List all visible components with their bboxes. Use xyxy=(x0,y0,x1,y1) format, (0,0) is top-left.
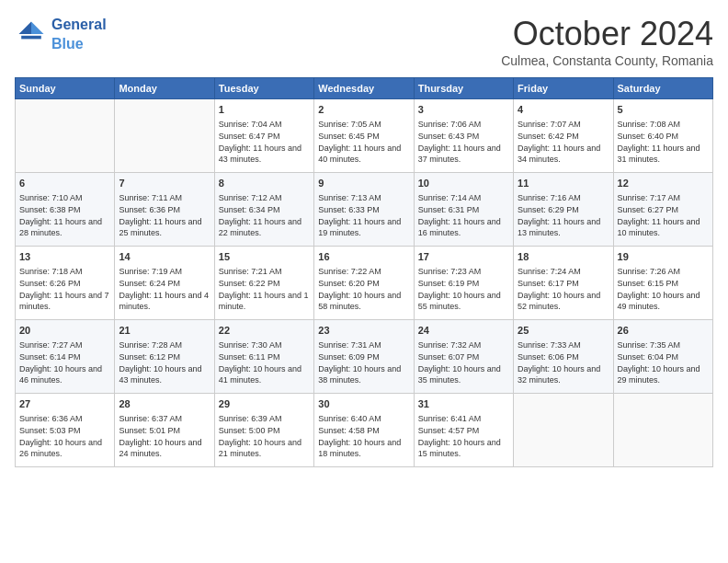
day-number: 24 xyxy=(418,324,509,338)
day-number: 30 xyxy=(318,397,409,411)
day-info: Sunrise: 7:06 AM Sunset: 6:43 PM Dayligh… xyxy=(418,119,509,165)
day-info: Sunrise: 7:18 AM Sunset: 6:26 PM Dayligh… xyxy=(19,266,110,312)
day-number: 21 xyxy=(119,324,210,338)
day-header: Tuesday xyxy=(214,78,313,99)
day-number: 9 xyxy=(318,177,409,190)
day-info: Sunrise: 6:41 AM Sunset: 4:57 PM Dayligh… xyxy=(418,413,509,459)
calendar-cell xyxy=(16,99,115,173)
day-info: Sunrise: 7:19 AM Sunset: 6:24 PM Dayligh… xyxy=(119,266,210,312)
calendar-week-row: 6Sunrise: 7:10 AM Sunset: 6:38 PM Daylig… xyxy=(16,173,713,247)
calendar-cell: 20Sunrise: 7:27 AM Sunset: 6:14 PM Dayli… xyxy=(16,320,115,394)
svg-marker-0 xyxy=(31,22,44,35)
calendar-table: SundayMondayTuesdayWednesdayThursdayFrid… xyxy=(15,77,713,467)
day-number: 31 xyxy=(418,397,509,411)
day-info: Sunrise: 7:27 AM Sunset: 6:14 PM Dayligh… xyxy=(19,339,110,385)
day-number: 13 xyxy=(19,250,110,264)
day-number: 27 xyxy=(19,397,110,411)
day-number: 2 xyxy=(318,103,409,117)
day-number: 3 xyxy=(418,103,509,117)
day-info: Sunrise: 7:07 AM Sunset: 6:42 PM Dayligh… xyxy=(518,119,609,165)
day-info: Sunrise: 7:23 AM Sunset: 6:19 PM Dayligh… xyxy=(418,266,509,312)
calendar-cell: 11Sunrise: 7:16 AM Sunset: 6:29 PM Dayli… xyxy=(514,173,613,247)
day-info: Sunrise: 7:13 AM Sunset: 6:33 PM Dayligh… xyxy=(318,192,409,238)
calendar-cell: 21Sunrise: 7:28 AM Sunset: 6:12 PM Dayli… xyxy=(115,320,214,394)
day-number: 17 xyxy=(418,250,509,264)
header-row: SundayMondayTuesdayWednesdayThursdayFrid… xyxy=(16,78,713,99)
day-number: 12 xyxy=(618,177,709,190)
day-number: 5 xyxy=(618,103,709,117)
calendar-cell: 18Sunrise: 7:24 AM Sunset: 6:17 PM Dayli… xyxy=(514,247,613,320)
day-info: Sunrise: 7:33 AM Sunset: 6:06 PM Dayligh… xyxy=(518,339,609,385)
day-info: Sunrise: 7:12 AM Sunset: 6:34 PM Dayligh… xyxy=(219,192,310,238)
day-info: Sunrise: 7:10 AM Sunset: 6:38 PM Dayligh… xyxy=(19,192,110,238)
day-number: 22 xyxy=(219,324,310,338)
calendar-cell: 15Sunrise: 7:21 AM Sunset: 6:22 PM Dayli… xyxy=(214,247,313,320)
calendar-week-row: 13Sunrise: 7:18 AM Sunset: 6:26 PM Dayli… xyxy=(16,247,713,320)
day-number: 8 xyxy=(219,177,310,190)
calendar-cell: 19Sunrise: 7:26 AM Sunset: 6:15 PM Dayli… xyxy=(613,247,712,320)
day-header: Friday xyxy=(514,78,613,99)
day-number: 11 xyxy=(518,177,609,190)
calendar-header: SundayMondayTuesdayWednesdayThursdayFrid… xyxy=(16,78,713,99)
day-info: Sunrise: 7:22 AM Sunset: 6:20 PM Dayligh… xyxy=(318,266,409,312)
calendar-cell: 10Sunrise: 7:14 AM Sunset: 6:31 PM Dayli… xyxy=(414,173,513,247)
day-info: Sunrise: 6:37 AM Sunset: 5:01 PM Dayligh… xyxy=(119,413,210,459)
day-info: Sunrise: 6:36 AM Sunset: 5:03 PM Dayligh… xyxy=(19,413,110,459)
day-header: Sunday xyxy=(16,78,115,99)
calendar-cell: 9Sunrise: 7:13 AM Sunset: 6:33 PM Daylig… xyxy=(314,173,414,247)
calendar-cell: 14Sunrise: 7:19 AM Sunset: 6:24 PM Dayli… xyxy=(115,247,214,320)
day-info: Sunrise: 7:21 AM Sunset: 6:22 PM Dayligh… xyxy=(219,266,310,312)
calendar-cell: 3Sunrise: 7:06 AM Sunset: 6:43 PM Daylig… xyxy=(414,99,513,173)
calendar-week-row: 20Sunrise: 7:27 AM Sunset: 6:14 PM Dayli… xyxy=(16,320,713,394)
day-info: Sunrise: 7:05 AM Sunset: 6:45 PM Dayligh… xyxy=(318,119,409,165)
calendar-cell: 22Sunrise: 7:30 AM Sunset: 6:11 PM Dayli… xyxy=(214,320,313,394)
day-info: Sunrise: 7:04 AM Sunset: 6:47 PM Dayligh… xyxy=(219,119,310,165)
day-info: Sunrise: 7:30 AM Sunset: 6:11 PM Dayligh… xyxy=(219,339,310,385)
calendar-cell: 8Sunrise: 7:12 AM Sunset: 6:34 PM Daylig… xyxy=(214,173,313,247)
day-info: Sunrise: 6:40 AM Sunset: 4:58 PM Dayligh… xyxy=(318,413,409,459)
day-number: 7 xyxy=(119,177,210,190)
day-header: Wednesday xyxy=(314,78,414,99)
calendar-cell: 12Sunrise: 7:17 AM Sunset: 6:27 PM Dayli… xyxy=(613,173,712,247)
title-block: October 2024 Culmea, Constanta County, R… xyxy=(501,15,713,68)
day-number: 6 xyxy=(19,177,110,190)
day-header: Thursday xyxy=(414,78,513,99)
day-info: Sunrise: 7:32 AM Sunset: 6:07 PM Dayligh… xyxy=(418,339,509,385)
day-number: 28 xyxy=(119,397,210,411)
day-number: 14 xyxy=(119,250,210,264)
day-info: Sunrise: 7:35 AM Sunset: 6:04 PM Dayligh… xyxy=(618,339,709,385)
day-info: Sunrise: 7:16 AM Sunset: 6:29 PM Dayligh… xyxy=(518,192,609,238)
svg-marker-1 xyxy=(19,22,32,35)
calendar-cell: 29Sunrise: 6:39 AM Sunset: 5:00 PM Dayli… xyxy=(214,394,313,467)
day-info: Sunrise: 7:24 AM Sunset: 6:17 PM Dayligh… xyxy=(518,266,609,312)
calendar-cell: 25Sunrise: 7:33 AM Sunset: 6:06 PM Dayli… xyxy=(514,320,613,394)
day-info: Sunrise: 7:31 AM Sunset: 6:09 PM Dayligh… xyxy=(318,339,409,385)
day-number: 15 xyxy=(219,250,310,264)
day-number: 16 xyxy=(318,250,409,264)
calendar-cell: 31Sunrise: 6:41 AM Sunset: 4:57 PM Dayli… xyxy=(414,394,513,467)
calendar-cell: 7Sunrise: 7:11 AM Sunset: 6:36 PM Daylig… xyxy=(115,173,214,247)
day-number: 20 xyxy=(19,324,110,338)
calendar-cell xyxy=(115,99,214,173)
day-number: 26 xyxy=(618,324,709,338)
day-number: 18 xyxy=(518,250,609,264)
calendar-week-row: 1Sunrise: 7:04 AM Sunset: 6:47 PM Daylig… xyxy=(16,99,713,173)
calendar-cell: 2Sunrise: 7:05 AM Sunset: 6:45 PM Daylig… xyxy=(314,99,414,173)
day-number: 23 xyxy=(318,324,409,338)
logo-blue: Blue xyxy=(51,36,84,52)
calendar-cell xyxy=(514,394,613,467)
day-number: 29 xyxy=(219,397,310,411)
day-number: 10 xyxy=(418,177,509,190)
month-title: October 2024 xyxy=(501,15,713,53)
calendar-cell: 13Sunrise: 7:18 AM Sunset: 6:26 PM Dayli… xyxy=(16,247,115,320)
logo-icon xyxy=(15,17,48,51)
calendar-cell: 28Sunrise: 6:37 AM Sunset: 5:01 PM Dayli… xyxy=(115,394,214,467)
calendar-week-row: 27Sunrise: 6:36 AM Sunset: 5:03 PM Dayli… xyxy=(16,394,713,467)
calendar-cell: 4Sunrise: 7:07 AM Sunset: 6:42 PM Daylig… xyxy=(514,99,613,173)
calendar-cell: 30Sunrise: 6:40 AM Sunset: 4:58 PM Dayli… xyxy=(314,394,414,467)
calendar-cell: 26Sunrise: 7:35 AM Sunset: 6:04 PM Dayli… xyxy=(613,320,712,394)
day-info: Sunrise: 7:08 AM Sunset: 6:40 PM Dayligh… xyxy=(618,119,709,165)
page-header: General Blue October 2024 Culmea, Consta… xyxy=(15,15,713,68)
calendar-cell xyxy=(613,394,712,467)
day-number: 1 xyxy=(219,103,310,117)
